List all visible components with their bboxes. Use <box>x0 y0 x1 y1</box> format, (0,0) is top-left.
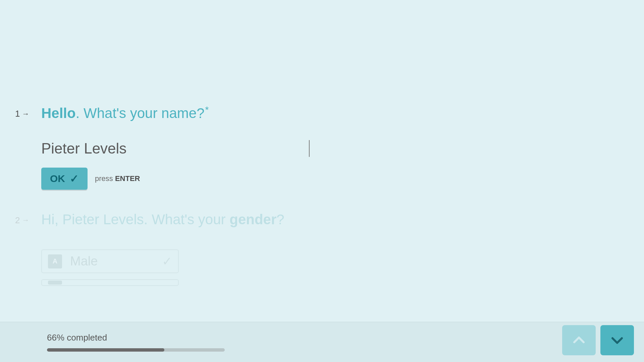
check-icon: ✓ <box>162 254 172 268</box>
progress-fill <box>47 348 164 352</box>
question-prompt: Hello. What's your name?* <box>41 104 644 123</box>
prompt-bold: Hello <box>41 105 76 121</box>
options-wrap: A Male ✓ <box>41 249 644 286</box>
progress-wrap: 66% completed <box>47 333 225 352</box>
prompt-suffix: ? <box>276 212 284 227</box>
prompt-rest: . What's your name? <box>76 105 205 121</box>
name-input[interactable] <box>41 140 310 157</box>
question-block-2: 2 → Hi, Pieter Levels. What's your gende… <box>15 210 644 292</box>
chevron-down-icon <box>609 332 625 348</box>
question-number: 2 <box>15 215 20 226</box>
question-number-wrap: 2 → <box>15 215 33 226</box>
ok-row: OK ✓ press ENTER <box>41 168 644 190</box>
question-content: Hi, Pieter Levels. What's your gender? A… <box>41 210 644 292</box>
ok-button[interactable]: OK ✓ <box>41 168 88 190</box>
ok-label: OK <box>50 173 65 184</box>
arrow-right-icon: → <box>22 110 29 118</box>
progress-text: 66% completed <box>47 333 225 343</box>
enter-label: ENTER <box>115 174 140 183</box>
required-asterisk-icon: * <box>205 105 209 115</box>
prompt-name: Pieter Levels <box>62 212 144 227</box>
nav-buttons <box>562 325 634 355</box>
chevron-up-icon <box>571 332 587 348</box>
press-label: press <box>95 174 115 183</box>
prompt-bold-2: gender <box>229 212 276 227</box>
question-content: Hello. What's your name?* OK ✓ press ENT… <box>41 104 644 190</box>
option-next-partial[interactable] <box>41 279 179 286</box>
question-block-1: 1 → Hello. What's your name?* OK ✓ press… <box>15 104 644 190</box>
question-prompt-2: Hi, Pieter Levels. What's your gender? <box>41 210 644 229</box>
press-enter-hint: press ENTER <box>95 174 140 183</box>
nav-up-button[interactable] <box>562 325 596 355</box>
footer-bar: 66% completed <box>0 322 644 362</box>
check-icon: ✓ <box>70 172 79 185</box>
prompt-mid: . What's your <box>144 212 229 227</box>
option-label: Male <box>70 254 154 268</box>
question-number: 1 <box>15 109 20 119</box>
option-key-badge: A <box>48 254 62 268</box>
form-container: 1 → Hello. What's your name?* OK ✓ press… <box>0 0 644 292</box>
arrow-right-icon: → <box>22 216 29 225</box>
prompt-prefix: Hi, <box>41 212 62 227</box>
nav-down-button[interactable] <box>600 325 634 355</box>
option-key-badge <box>48 281 62 285</box>
progress-bar <box>47 348 225 352</box>
option-male[interactable]: A Male ✓ <box>41 249 179 273</box>
question-number-wrap: 1 → <box>15 109 33 119</box>
